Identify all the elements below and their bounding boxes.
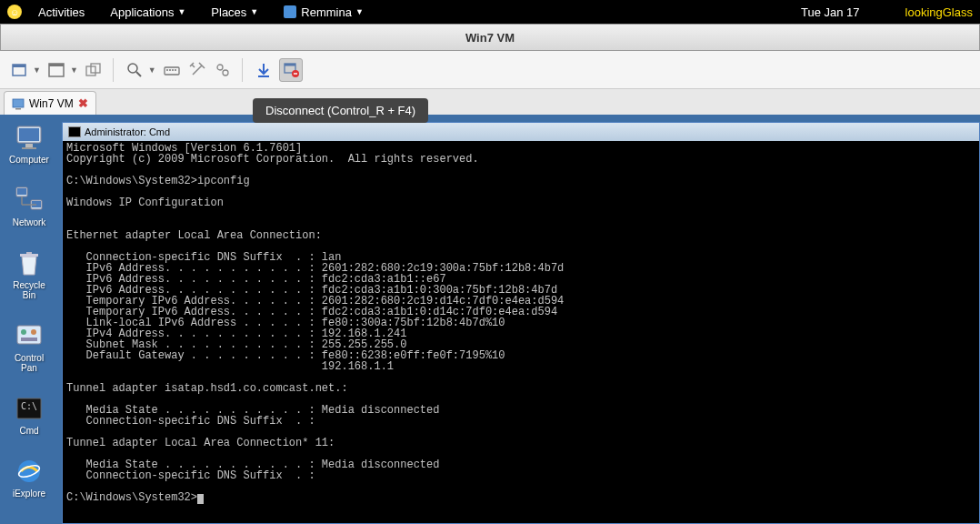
magnify-icon (125, 61, 144, 79)
terminal-icon: C:\ (14, 393, 45, 424)
vm-desktop[interactable]: Computer Network Recycle Bin Control Pan… (0, 115, 980, 524)
remmina-toolbar: ▼ ▼ ▼ (0, 51, 980, 89)
cmd-output[interactable]: Microsoft Windows [Version 6.1.7601] Cop… (63, 141, 979, 506)
close-icon[interactable]: ✖ (78, 96, 88, 110)
chevron-down-icon: ▼ (355, 7, 364, 16)
gnome-top-bar: ☺ Activities Applications ▼ Places ▼ Rem… (0, 0, 980, 24)
resize-window-button[interactable] (7, 58, 31, 82)
applications-label: Applications (110, 5, 174, 19)
trash-icon (14, 247, 45, 278)
keyboard-icon (163, 61, 181, 79)
svg-rect-23 (19, 128, 39, 141)
cmd-title-bar[interactable]: Administrator: Cmd (63, 123, 979, 141)
tab-bar: Win7 VM ✖ (0, 89, 980, 115)
tab-win7vm[interactable]: Win7 VM ✖ (4, 91, 96, 115)
svg-rect-17 (285, 64, 295, 66)
network-icon[interactable]: Network (5, 185, 53, 227)
tools-icon (188, 61, 206, 79)
ie-icon (14, 456, 45, 487)
svg-text:C:\: C:\ (21, 401, 37, 411)
svg-rect-25 (22, 147, 36, 149)
svg-point-6 (128, 64, 137, 73)
tab-label: Win7 VM (29, 97, 74, 110)
svg-rect-8 (165, 67, 179, 75)
cmd-icon[interactable]: C:\ Cmd (5, 393, 53, 436)
svg-rect-36 (21, 338, 37, 341)
cursor (197, 494, 204, 504)
chevron-down-icon[interactable]: ▼ (31, 64, 43, 76)
svg-rect-20 (13, 99, 24, 107)
svg-rect-21 (15, 108, 21, 110)
fullscreen-button[interactable] (45, 58, 68, 82)
chevron-down-icon[interactable]: ▼ (146, 64, 158, 76)
places-menu[interactable]: Places ▼ (211, 5, 258, 19)
tools-button[interactable] (211, 58, 235, 82)
remmina-menu[interactable]: Remmina ▼ (284, 5, 364, 19)
places-label: Places (211, 5, 246, 19)
monitor-icon (14, 122, 45, 153)
cmd-window[interactable]: Administrator: Cmd Microsoft Windows [Ve… (62, 122, 980, 524)
svg-rect-3 (49, 64, 64, 66)
svg-point-13 (217, 65, 223, 70)
preferences-button[interactable] (185, 58, 209, 82)
svg-rect-27 (17, 188, 26, 195)
svg-rect-1 (13, 65, 25, 67)
chevron-down-icon[interactable]: ▼ (68, 64, 80, 76)
svg-point-35 (31, 329, 36, 335)
minimize-button[interactable] (252, 58, 275, 82)
control-panel-icon[interactable]: Control Pan (5, 320, 53, 373)
user-menu[interactable]: lookingGlass (905, 5, 973, 19)
window-title: Win7 VM (0, 24, 980, 51)
cmd-title-text: Administrator: Cmd (85, 126, 170, 137)
download-icon (255, 61, 273, 79)
chevron-down-icon: ▼ (177, 7, 185, 16)
remmina-icon (284, 5, 296, 18)
disconnect-button[interactable] (279, 58, 303, 82)
disconnect-icon (282, 61, 300, 79)
svg-point-34 (21, 329, 26, 335)
remmina-label: Remmina (301, 5, 352, 19)
computer-icon[interactable]: Computer (5, 122, 53, 165)
cmd-app-icon (68, 126, 81, 137)
svg-point-14 (223, 70, 228, 76)
switch-tab-button[interactable] (82, 58, 105, 82)
face-icon: ☺ (7, 5, 22, 19)
applications-menu[interactable]: Applications ▼ (110, 5, 185, 19)
fullscreen-icon (47, 61, 65, 79)
svg-rect-32 (20, 254, 38, 257)
chevron-down-icon: ▼ (250, 7, 258, 16)
recycle-bin-icon[interactable]: Recycle Bin (5, 247, 53, 300)
svg-line-7 (136, 72, 141, 76)
desktop-icons: Computer Network Recycle Bin Control Pan… (0, 115, 58, 524)
grab-keyboard-button[interactable] (160, 58, 184, 82)
svg-rect-24 (25, 144, 33, 147)
iexplore-icon[interactable]: iExplore (5, 456, 53, 499)
scaled-mode-button[interactable] (123, 58, 146, 82)
tooltip: Disconnect (Control_R + F4) (253, 98, 428, 123)
network-icon (14, 185, 45, 216)
tabs-icon (85, 61, 103, 79)
remmina-icon (12, 97, 25, 110)
gear-icon (214, 61, 232, 79)
clock[interactable]: Tue Jan 17 (801, 5, 860, 19)
activities-menu[interactable]: Activities (38, 5, 85, 19)
control-panel-icon (14, 320, 45, 351)
window-icon (10, 61, 28, 79)
